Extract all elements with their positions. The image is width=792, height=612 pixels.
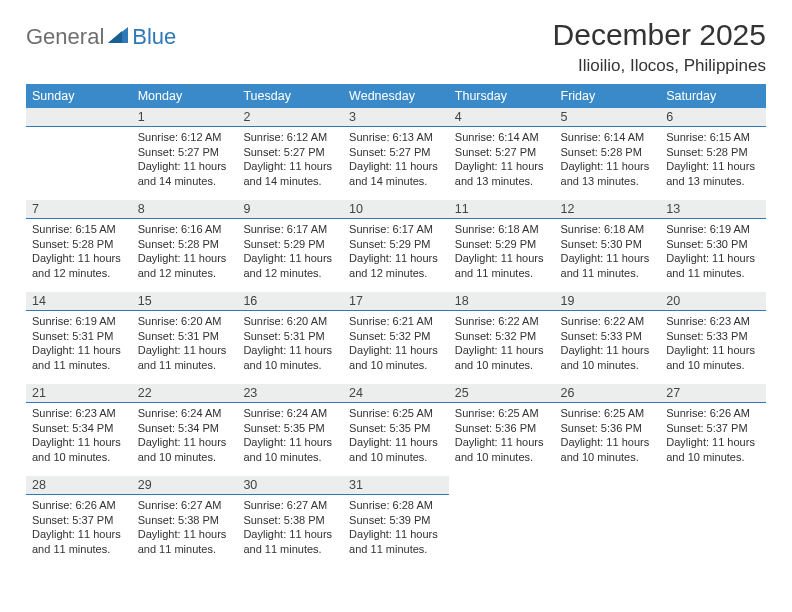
location-text: Ilioilio, Ilocos, Philippines	[553, 56, 766, 76]
header: General Blue December 2025 Ilioilio, Ilo…	[26, 18, 766, 76]
sunset-text: Sunset: 5:28 PM	[666, 145, 760, 160]
daylight-text: Daylight: 11 hours and 10 minutes.	[349, 343, 443, 372]
day-details: Sunrise: 6:19 AMSunset: 5:30 PMDaylight:…	[660, 219, 766, 282]
day-details: Sunrise: 6:20 AMSunset: 5:31 PMDaylight:…	[132, 311, 238, 374]
title-block: December 2025 Ilioilio, Ilocos, Philippi…	[553, 18, 766, 76]
sunrise-text: Sunrise: 6:12 AM	[243, 130, 337, 145]
day-number: 26	[555, 384, 661, 403]
sunrise-text: Sunrise: 6:14 AM	[455, 130, 549, 145]
day-details: Sunrise: 6:23 AMSunset: 5:33 PMDaylight:…	[660, 311, 766, 374]
calendar-row: 1Sunrise: 6:12 AMSunset: 5:27 PMDaylight…	[26, 108, 766, 200]
calendar-cell: 23Sunrise: 6:24 AMSunset: 5:35 PMDayligh…	[237, 384, 343, 476]
calendar-cell: 9Sunrise: 6:17 AMSunset: 5:29 PMDaylight…	[237, 200, 343, 292]
calendar-cell: 10Sunrise: 6:17 AMSunset: 5:29 PMDayligh…	[343, 200, 449, 292]
day-number: 7	[26, 200, 132, 219]
sunset-text: Sunset: 5:27 PM	[243, 145, 337, 160]
sunrise-text: Sunrise: 6:26 AM	[32, 498, 126, 513]
sunrise-text: Sunrise: 6:20 AM	[243, 314, 337, 329]
daylight-text: Daylight: 11 hours and 14 minutes.	[349, 159, 443, 188]
daylight-text: Daylight: 11 hours and 10 minutes.	[243, 343, 337, 372]
day-number: 12	[555, 200, 661, 219]
daylight-text: Daylight: 11 hours and 13 minutes.	[561, 159, 655, 188]
day-details: Sunrise: 6:15 AMSunset: 5:28 PMDaylight:…	[660, 127, 766, 190]
calendar-cell: 4Sunrise: 6:14 AMSunset: 5:27 PMDaylight…	[449, 108, 555, 200]
day-number: 9	[237, 200, 343, 219]
sunrise-text: Sunrise: 6:23 AM	[666, 314, 760, 329]
sunset-text: Sunset: 5:28 PM	[138, 237, 232, 252]
sunset-text: Sunset: 5:32 PM	[349, 329, 443, 344]
calendar-cell: 30Sunrise: 6:27 AMSunset: 5:38 PMDayligh…	[237, 476, 343, 568]
sunrise-text: Sunrise: 6:16 AM	[138, 222, 232, 237]
calendar-cell: 7Sunrise: 6:15 AMSunset: 5:28 PMDaylight…	[26, 200, 132, 292]
sunrise-text: Sunrise: 6:20 AM	[138, 314, 232, 329]
sunset-text: Sunset: 5:30 PM	[666, 237, 760, 252]
day-number: 5	[555, 108, 661, 127]
day-number: 29	[132, 476, 238, 495]
calendar-cell: 20Sunrise: 6:23 AMSunset: 5:33 PMDayligh…	[660, 292, 766, 384]
calendar-cell: 5Sunrise: 6:14 AMSunset: 5:28 PMDaylight…	[555, 108, 661, 200]
sunset-text: Sunset: 5:33 PM	[561, 329, 655, 344]
sunrise-text: Sunrise: 6:25 AM	[455, 406, 549, 421]
calendar-cell: 29Sunrise: 6:27 AMSunset: 5:38 PMDayligh…	[132, 476, 238, 568]
sunrise-text: Sunrise: 6:15 AM	[666, 130, 760, 145]
daylight-text: Daylight: 11 hours and 14 minutes.	[243, 159, 337, 188]
sunrise-text: Sunrise: 6:17 AM	[349, 222, 443, 237]
logo: General Blue	[26, 24, 176, 50]
calendar-cell: 2Sunrise: 6:12 AMSunset: 5:27 PMDaylight…	[237, 108, 343, 200]
day-details: Sunrise: 6:25 AMSunset: 5:36 PMDaylight:…	[449, 403, 555, 466]
calendar-row: 14Sunrise: 6:19 AMSunset: 5:31 PMDayligh…	[26, 292, 766, 384]
day-number: 2	[237, 108, 343, 127]
day-number: 13	[660, 200, 766, 219]
sunrise-text: Sunrise: 6:18 AM	[455, 222, 549, 237]
calendar-cell: 26Sunrise: 6:25 AMSunset: 5:36 PMDayligh…	[555, 384, 661, 476]
daylight-text: Daylight: 11 hours and 10 minutes.	[561, 343, 655, 372]
calendar-cell: 25Sunrise: 6:25 AMSunset: 5:36 PMDayligh…	[449, 384, 555, 476]
day-number: 11	[449, 200, 555, 219]
daylight-text: Daylight: 11 hours and 10 minutes.	[243, 435, 337, 464]
sunrise-text: Sunrise: 6:26 AM	[666, 406, 760, 421]
day-number: 19	[555, 292, 661, 311]
day-details: Sunrise: 6:13 AMSunset: 5:27 PMDaylight:…	[343, 127, 449, 190]
calendar-cell: 11Sunrise: 6:18 AMSunset: 5:29 PMDayligh…	[449, 200, 555, 292]
day-details: Sunrise: 6:20 AMSunset: 5:31 PMDaylight:…	[237, 311, 343, 374]
daylight-text: Daylight: 11 hours and 12 minutes.	[32, 251, 126, 280]
daylight-text: Daylight: 11 hours and 10 minutes.	[561, 435, 655, 464]
daylight-text: Daylight: 11 hours and 11 minutes.	[32, 343, 126, 372]
daylight-text: Daylight: 11 hours and 11 minutes.	[561, 251, 655, 280]
day-details: Sunrise: 6:14 AMSunset: 5:27 PMDaylight:…	[449, 127, 555, 190]
daylight-text: Daylight: 11 hours and 12 minutes.	[138, 251, 232, 280]
day-details: Sunrise: 6:21 AMSunset: 5:32 PMDaylight:…	[343, 311, 449, 374]
sunrise-text: Sunrise: 6:14 AM	[561, 130, 655, 145]
day-details: Sunrise: 6:25 AMSunset: 5:35 PMDaylight:…	[343, 403, 449, 466]
sunset-text: Sunset: 5:28 PM	[32, 237, 126, 252]
daylight-text: Daylight: 11 hours and 10 minutes.	[455, 435, 549, 464]
sunrise-text: Sunrise: 6:22 AM	[455, 314, 549, 329]
sunset-text: Sunset: 5:34 PM	[138, 421, 232, 436]
day-details: Sunrise: 6:24 AMSunset: 5:35 PMDaylight:…	[237, 403, 343, 466]
sunset-text: Sunset: 5:28 PM	[561, 145, 655, 160]
day-details: Sunrise: 6:12 AMSunset: 5:27 PMDaylight:…	[237, 127, 343, 190]
calendar-cell: 12Sunrise: 6:18 AMSunset: 5:30 PMDayligh…	[555, 200, 661, 292]
calendar-row: 28Sunrise: 6:26 AMSunset: 5:37 PMDayligh…	[26, 476, 766, 568]
day-details: Sunrise: 6:26 AMSunset: 5:37 PMDaylight:…	[660, 403, 766, 466]
day-details: Sunrise: 6:17 AMSunset: 5:29 PMDaylight:…	[343, 219, 449, 282]
sunrise-text: Sunrise: 6:28 AM	[349, 498, 443, 513]
calendar-cell: 21Sunrise: 6:23 AMSunset: 5:34 PMDayligh…	[26, 384, 132, 476]
day-details: Sunrise: 6:18 AMSunset: 5:29 PMDaylight:…	[449, 219, 555, 282]
sunset-text: Sunset: 5:31 PM	[243, 329, 337, 344]
day-number: 23	[237, 384, 343, 403]
day-details: Sunrise: 6:24 AMSunset: 5:34 PMDaylight:…	[132, 403, 238, 466]
day-number: 20	[660, 292, 766, 311]
day-details: Sunrise: 6:23 AMSunset: 5:34 PMDaylight:…	[26, 403, 132, 466]
sunrise-text: Sunrise: 6:18 AM	[561, 222, 655, 237]
day-number: 4	[449, 108, 555, 127]
day-details: Sunrise: 6:22 AMSunset: 5:33 PMDaylight:…	[555, 311, 661, 374]
sunrise-text: Sunrise: 6:25 AM	[561, 406, 655, 421]
calendar-cell: 18Sunrise: 6:22 AMSunset: 5:32 PMDayligh…	[449, 292, 555, 384]
sunrise-text: Sunrise: 6:15 AM	[32, 222, 126, 237]
sunrise-text: Sunrise: 6:22 AM	[561, 314, 655, 329]
sunset-text: Sunset: 5:32 PM	[455, 329, 549, 344]
sunrise-text: Sunrise: 6:25 AM	[349, 406, 443, 421]
calendar-cell: 19Sunrise: 6:22 AMSunset: 5:33 PMDayligh…	[555, 292, 661, 384]
daylight-text: Daylight: 11 hours and 12 minutes.	[243, 251, 337, 280]
